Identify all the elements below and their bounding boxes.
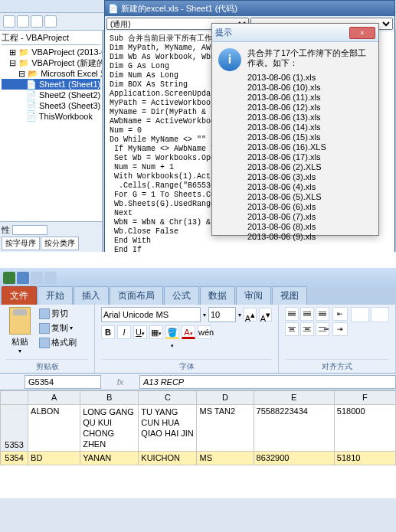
qat-redo[interactable] [44, 272, 57, 284]
format-painter-button[interactable]: 格式刷 [37, 336, 79, 349]
cell[interactable]: LONG GANG QU KUI CHONG ZHEN [80, 405, 139, 452]
column-header[interactable]: E [254, 391, 334, 405]
row-header[interactable]: 5354 [1, 452, 28, 465]
qat-undo[interactable] [31, 272, 43, 284]
code-window-title: 📄 新建的excel.xls - Sheet1 (代码) [105, 1, 394, 16]
ribbon-tab[interactable]: 插入 [74, 286, 109, 305]
excel-icon[interactable] [3, 272, 15, 284]
quick-access-toolbar [0, 268, 396, 288]
ribbon-tab[interactable]: 审阅 [236, 286, 271, 305]
msgbox-close-button[interactable]: × [349, 27, 375, 39]
column-header[interactable]: C [139, 391, 197, 405]
project-node[interactable]: ⊟ 📁 VBAProject (新建的e [2, 57, 100, 68]
fx-icon[interactable]: fx [101, 377, 139, 387]
message-box: 提示 × i 共合并了17个工作簿下的全部工作表。如下： 2013-08-06 … [211, 23, 379, 236]
worksheet-grid[interactable]: ABCDEF 5353ALBONLONG GANG QU KUI CHONG Z… [0, 390, 396, 498]
msgbox-line: 2013-08-06 (15).xls [247, 132, 372, 142]
decrease-font-button[interactable]: A▾ [259, 308, 272, 321]
increase-indent-button[interactable]: ⇥ [332, 322, 348, 336]
formula-bar: fx [0, 374, 396, 390]
cell[interactable]: ALBON [28, 405, 80, 452]
increase-font-button[interactable]: A▴ [244, 308, 257, 321]
orientation-button[interactable] [351, 307, 369, 322]
props-tab-alpha[interactable]: 按字母序 [2, 237, 40, 250]
paste-button[interactable]: 粘贴 ▾ [6, 307, 34, 348]
font-color-button[interactable]: A▾ [182, 325, 195, 339]
font-size-select[interactable] [208, 307, 236, 322]
props-search[interactable] [12, 225, 47, 235]
alignment-group: ⇤ ⇥ 对齐方式 [279, 305, 396, 373]
ribbon-tab[interactable]: 页面布局 [110, 286, 163, 305]
msgbox-line: 2013-08-06 (16).XLS [247, 142, 372, 152]
ribbon-tab[interactable]: 开始 [38, 286, 73, 305]
chevron-down-icon[interactable]: ▾ [203, 312, 206, 318]
row-header[interactable]: 5353 [1, 405, 28, 452]
ribbon-tab[interactable]: 公式 [164, 286, 199, 305]
toolbar-button[interactable] [3, 15, 15, 28]
underline-button[interactable]: U▾ [133, 325, 147, 339]
table-row[interactable]: 5353ALBONLONG GANG QU KUI CHONG ZHENTU Y… [1, 405, 396, 452]
cell[interactable]: 75588223434 [254, 405, 334, 452]
folder-node[interactable]: ⊟ 📂 Microsoft Excel 对象 [2, 68, 100, 79]
align-middle-button[interactable] [300, 307, 314, 321]
cut-button[interactable]: 剪切 [37, 307, 79, 320]
project-node[interactable]: ⊞ 📁 VBAProject (2013-08 [2, 47, 100, 57]
project-explorer[interactable]: 工程 - VBAProject ⊞ 📁 VBAProject (2013-08 … [0, 31, 102, 221]
cell[interactable]: TU YANG CUN HUA QIAO HAI JIN [139, 405, 197, 452]
toolbar-button[interactable] [31, 15, 43, 28]
props-tab-cat[interactable]: 按分类序 [41, 237, 79, 250]
align-center-button[interactable] [300, 322, 314, 336]
chevron-down-icon[interactable]: ▾ [238, 312, 241, 318]
decrease-indent-button[interactable]: ⇤ [332, 307, 348, 321]
column-header[interactable]: A [28, 391, 80, 405]
sheet-node[interactable]: 📄 Sheet2 (Sheet2) [2, 90, 100, 100]
fill-color-button[interactable]: 🪣▾ [165, 325, 179, 339]
ribbon-tab[interactable]: 数据 [200, 286, 235, 305]
align-top-button[interactable] [285, 307, 299, 321]
formula-input[interactable] [139, 375, 396, 389]
align-bottom-button[interactable] [316, 307, 329, 321]
column-header[interactable]: D [197, 391, 254, 405]
msgbox-line: 2013-08-06 (7).xls [247, 212, 372, 222]
column-header[interactable]: F [334, 391, 395, 405]
name-box[interactable] [25, 375, 101, 389]
ribbon-tab[interactable]: 视图 [272, 286, 307, 305]
code-title-text: 新建的excel.xls - Sheet1 (代码) [121, 3, 237, 15]
qat-save[interactable] [17, 272, 29, 284]
toolbar-button[interactable] [17, 15, 29, 28]
select-all-corner[interactable] [1, 391, 28, 405]
bold-button[interactable]: B [101, 325, 115, 339]
cell[interactable]: BD [28, 452, 80, 465]
sheet-node[interactable]: 📄 Sheet3 (Sheet3) [2, 100, 100, 111]
paste-icon [9, 307, 31, 335]
workbook-node[interactable]: 📄 ThisWorkbook [2, 111, 100, 122]
font-group-label: 字体 [101, 359, 272, 372]
msgbox-line: 2013-08-06 (4).xls [247, 182, 372, 192]
font-name-select[interactable] [101, 307, 201, 322]
table-row[interactable]: 5354BDYANANKUICHONMS863290051810 [1, 452, 396, 465]
cell[interactable]: MS TAN2 [197, 405, 254, 452]
column-header[interactable]: B [80, 391, 139, 405]
sheet-node[interactable]: 📄 Sheet1 (Sheet1) [2, 79, 100, 90]
cell[interactable]: 8632900 [254, 452, 334, 465]
cell[interactable]: YANAN [80, 452, 139, 465]
align-right-button[interactable] [316, 322, 329, 336]
copy-button[interactable]: 复制▾ [37, 321, 79, 335]
border-button[interactable]: ▦▾ [149, 325, 163, 339]
cell[interactable]: MS [197, 452, 254, 465]
brush-icon [39, 338, 50, 348]
cell[interactable]: 51810 [334, 452, 395, 465]
alignment-group-label: 对齐方式 [285, 359, 389, 372]
cell[interactable]: KUICHON [139, 452, 197, 465]
msgbox-line: 2013-08-06 (17).xls [247, 152, 372, 162]
msgbox-line: 2013-08-06 (9).xls [247, 232, 372, 242]
align-left-button[interactable] [285, 322, 299, 336]
toolbar-button[interactable] [44, 15, 57, 28]
msgbox-line: 2013-08-06 (11).xls [247, 93, 372, 103]
wrap-text-button[interactable] [371, 307, 389, 322]
cell[interactable]: 518000 [334, 405, 395, 452]
msgbox-line: 2013-08-06 (8).xls [247, 222, 372, 232]
phonetic-button[interactable]: wén [198, 325, 211, 339]
ribbon-tab[interactable]: 文件 [2, 286, 37, 305]
italic-button[interactable]: I [117, 325, 131, 339]
